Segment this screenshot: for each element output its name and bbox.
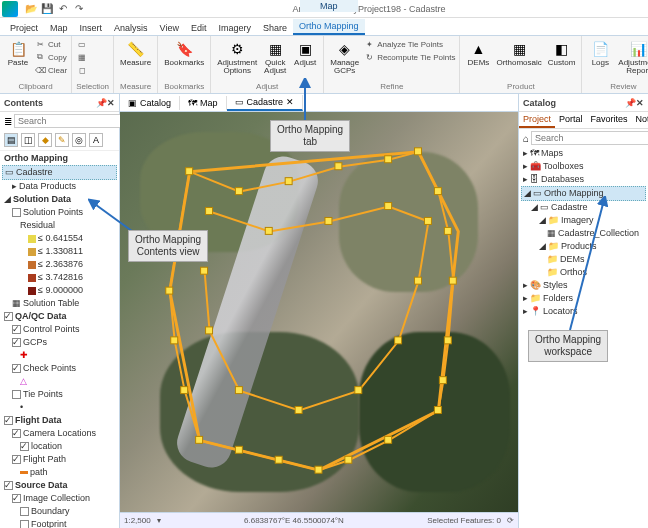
tab-view[interactable]: View	[154, 21, 185, 35]
checkbox[interactable]	[4, 312, 13, 321]
scale-display[interactable]: 1:2,500	[124, 516, 151, 525]
checkbox[interactable]	[20, 442, 29, 451]
checkbox[interactable]	[4, 481, 13, 490]
pin-icon[interactable]: 📌	[96, 98, 107, 108]
toc-solution-points[interactable]: Solution Points	[2, 206, 117, 219]
pin-icon[interactable]: 📌	[625, 98, 636, 108]
toc-path[interactable]: path	[2, 466, 117, 479]
list-selection-icon[interactable]: ◆	[38, 133, 52, 147]
redo-icon[interactable]: ↷	[72, 2, 86, 16]
toc-flight-path[interactable]: Flight Path	[2, 453, 117, 466]
cat-products[interactable]: ◢ 📁 Products	[521, 240, 646, 253]
list-source-icon[interactable]: ◫	[21, 133, 35, 147]
manage-gcps-button[interactable]: ◈Manage GCPs	[328, 38, 361, 82]
tab-analysis[interactable]: Analysis	[108, 21, 154, 35]
toc-flight-data[interactable]: Flight Data	[2, 414, 117, 427]
recompute-tie-button[interactable]: ↻Recompute Tie Points	[363, 51, 455, 63]
tab-edit[interactable]: Edit	[185, 21, 213, 35]
toc-boundary[interactable]: Boundary	[2, 505, 117, 518]
cat-tab-portal[interactable]: Portal	[555, 112, 587, 128]
adjust-options-button[interactable]: ⚙Adjustment Options	[215, 38, 259, 82]
tab-imagery[interactable]: Imagery	[212, 21, 257, 35]
tab-close-icon[interactable]: ✕	[286, 97, 294, 107]
adjust-button[interactable]: ▣Adjust	[291, 38, 319, 82]
report-button[interactable]: 📊Adjustment Report	[616, 38, 648, 82]
cat-locators[interactable]: ▸ 📍 Locators	[521, 305, 646, 318]
select-attr-button[interactable]: ▦	[76, 51, 88, 63]
cut-button[interactable]: ✂Cut	[34, 38, 67, 50]
list-edit-icon[interactable]: ✎	[55, 133, 69, 147]
checkbox[interactable]	[12, 338, 21, 347]
home-icon[interactable]: ⌂	[523, 133, 529, 144]
checkbox[interactable]	[12, 208, 21, 217]
toc-solution-table[interactable]: ▦Solution Table	[2, 297, 117, 310]
toc-control-points[interactable]: Control Points	[2, 323, 117, 336]
undo-icon[interactable]: ↶	[56, 2, 70, 16]
cat-tab-project[interactable]: Project	[519, 112, 555, 128]
tab-insert[interactable]: Insert	[74, 21, 109, 35]
cat-tab-not[interactable]: Not	[632, 112, 648, 128]
view-tab-cadastre[interactable]: ▭Cadastre✕	[227, 95, 304, 111]
close-icon[interactable]: ✕	[636, 98, 644, 108]
tab-map[interactable]: Map	[44, 21, 74, 35]
select-button[interactable]: ▭	[76, 38, 88, 50]
tree-icon[interactable]: ≣	[4, 116, 12, 127]
cat-cadastre[interactable]: ◢ ▭ Cadastre	[521, 201, 646, 214]
measure-button[interactable]: 📏Measure	[118, 38, 153, 82]
cat-folders[interactable]: ▸ 📁 Folders	[521, 292, 646, 305]
checkbox[interactable]	[20, 507, 29, 516]
cat-maps[interactable]: ▸ 🗺 Maps	[521, 147, 646, 160]
checkbox[interactable]	[12, 494, 21, 503]
tab-project[interactable]: Project	[4, 21, 44, 35]
toc-solution-data[interactable]: ◢ Solution Data	[2, 193, 117, 206]
refresh-icon[interactable]: ⟳	[507, 516, 514, 525]
map-canvas[interactable]	[120, 112, 518, 512]
view-tab-map[interactable]: 🗺Map	[180, 96, 227, 110]
list-label-icon[interactable]: A	[89, 133, 103, 147]
checkbox[interactable]	[12, 364, 21, 373]
catalog-search-input[interactable]	[531, 131, 648, 145]
cat-styles[interactable]: ▸ 🎨 Styles	[521, 279, 646, 292]
checkbox[interactable]	[12, 429, 21, 438]
cat-collection[interactable]: ▦ Cadastre_Collection	[521, 227, 646, 240]
select-clear-button[interactable]: ◻	[76, 64, 88, 76]
open-icon[interactable]: 📂	[24, 2, 38, 16]
checkbox[interactable]	[20, 520, 29, 528]
cat-ortho-mapping[interactable]: ◢ ▭ Ortho Mapping	[521, 186, 646, 201]
dems-button[interactable]: ▲DEMs	[464, 38, 492, 82]
paste-button[interactable]: 📋Paste	[4, 38, 32, 82]
copy-button[interactable]: ⧉Copy	[34, 51, 67, 63]
toc-root[interactable]: ▭Cadastre	[2, 165, 117, 180]
toc-camera-locations[interactable]: Camera Locations	[2, 427, 117, 440]
contents-tree[interactable]: ▭Cadastre ▸Data Products ◢ Solution Data…	[0, 165, 119, 528]
cat-tab-favorites[interactable]: Favorites	[587, 112, 632, 128]
list-snap-icon[interactable]: ◎	[72, 133, 86, 147]
close-icon[interactable]: ✕	[107, 98, 115, 108]
toc-check-points[interactable]: Check Points	[2, 362, 117, 375]
cat-toolboxes[interactable]: ▸ 🧰 Toolboxes	[521, 160, 646, 173]
toc-data-products[interactable]: ▸Data Products	[2, 180, 117, 193]
bookmarks-button[interactable]: 🔖Bookmarks	[162, 38, 206, 82]
tab-share[interactable]: Share	[257, 21, 293, 35]
custom-button[interactable]: ◧Custom	[546, 38, 578, 82]
save-icon[interactable]: 💾	[40, 2, 54, 16]
logs-button[interactable]: 📄Logs	[586, 38, 614, 82]
toc-qaqc[interactable]: QA/QC Data	[2, 310, 117, 323]
cat-orthos[interactable]: 📁 Orthos	[521, 266, 646, 279]
toc-source-data[interactable]: Source Data	[2, 479, 117, 492]
toc-location[interactable]: location	[2, 440, 117, 453]
cat-databases[interactable]: ▸ 🗄 Databases	[521, 173, 646, 186]
scale-dropdown-icon[interactable]: ▾	[157, 516, 161, 525]
toc-tie-points[interactable]: Tie Points	[2, 388, 117, 401]
clear-button[interactable]: ⌫Clear	[34, 64, 67, 76]
checkbox[interactable]	[12, 390, 21, 399]
analyze-tie-button[interactable]: ✦Analyze Tie Points	[363, 38, 455, 50]
cat-imagery[interactable]: ◢ 📁 Imagery	[521, 214, 646, 227]
orthomosaic-button[interactable]: ▦Orthomosaic	[494, 38, 543, 82]
tab-ortho-mapping[interactable]: Ortho Mapping	[293, 19, 365, 35]
contents-search-input[interactable]	[14, 114, 134, 128]
quick-adjust-button[interactable]: ▦Quick Adjust	[261, 38, 289, 82]
toc-gcps[interactable]: GCPs	[2, 336, 117, 349]
toc-footprint[interactable]: Footprint	[2, 518, 117, 528]
list-drawing-icon[interactable]: ▤	[4, 133, 18, 147]
